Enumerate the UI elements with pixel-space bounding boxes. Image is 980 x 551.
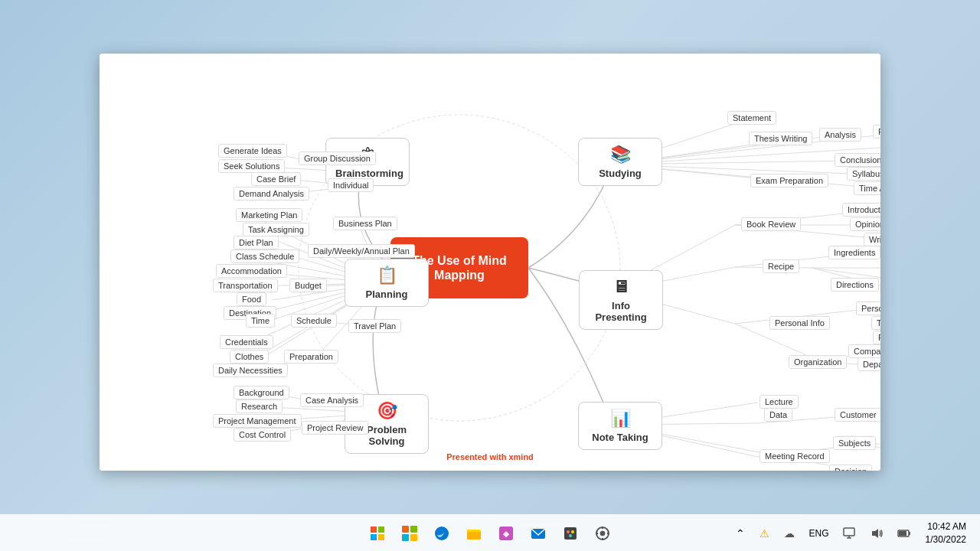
svg-point-89 [569,534,572,537]
planning-label: Planning [366,289,408,300]
svg-text:◈: ◈ [502,530,510,538]
tray-warning[interactable]: ⚠ [754,523,776,544]
leaf-organization: Organization [789,355,847,369]
leaf-food: Food [237,292,266,306]
tray-monitor[interactable] [838,523,860,544]
tray-chevron[interactable]: ⌃ [730,523,751,544]
info-presenting-icon: 🖥 [589,277,653,297]
leaf-class-schedule: Class Schedule [230,249,299,263]
leaf-opinion: Opinion [850,217,880,231]
svg-rect-74 [371,534,377,540]
start-button[interactable] [364,520,391,547]
leaf-book-review: Book Review [741,217,801,231]
store-button[interactable] [396,520,423,547]
info-presenting-node: 🖥 Info Presenting [579,270,663,330]
leaf-research-s: Research [873,125,880,139]
svg-rect-92 [602,527,603,529]
leaf-recipe: Recipe [763,259,799,273]
leaf-accommodation: Accommodation [216,264,287,278]
footer-brand: xmind [508,452,533,461]
svg-rect-96 [844,528,854,536]
svg-point-90 [600,531,605,536]
tray-battery[interactable] [893,523,915,544]
note-taking-node: 📊 Note Taking [578,402,662,450]
leaf-resume: Resume [873,331,880,344]
brainstorming-label: Brainstorming [335,168,403,179]
file-explorer-button[interactable] [460,520,488,547]
svg-rect-75 [378,534,384,540]
footer: Presented with xmind [446,452,534,461]
leaf-statement: Statement [727,111,776,125]
leaf-directions: Directions [831,278,879,292]
studying-node: 📚 Studying [578,138,662,186]
note-taking-label: Note Taking [592,432,648,443]
leaf-syllabus: Syllabus [847,167,880,181]
paint-button[interactable] [557,520,584,547]
svg-point-80 [435,527,449,540]
leaf-personal-info: Personal Info [769,316,830,330]
svg-rect-77 [410,526,417,533]
leaf-case-analysis: Case Analysis [300,393,364,407]
leaf-marketing-plan: Marketing Plan [236,208,302,222]
leaf-timeline: Timeline [871,316,880,330]
svg-marker-99 [872,529,878,538]
mail-button[interactable] [524,520,552,547]
leaf-clothes: Clothes [230,350,269,364]
note-taking-icon: 📊 [588,409,652,429]
leaf-ingredients: Ingredients [828,246,880,259]
clock-time: 10:42 AM [926,520,966,533]
svg-rect-101 [899,531,906,536]
microsoft-store-button[interactable]: ◈ [492,520,520,547]
svg-rect-76 [402,526,409,533]
desktop: The Use of Mind Mapping ⚛ Brainstorming … [0,0,980,551]
leaf-seek-solutions: Seek Solutions [218,159,285,173]
leaf-exam-prep: Exam Preparation [750,174,828,187]
clock[interactable]: 10:42 AM 1/30/2022 [921,519,971,548]
svg-rect-102 [909,532,910,535]
tray-volume[interactable] [866,523,887,544]
leaf-group-discussion: Group Discussion [299,152,376,165]
svg-rect-82 [467,532,481,540]
leaf-data: Data [764,408,792,422]
leaf-personal-biography: Personal Biography [856,302,880,315]
svg-rect-79 [410,534,417,541]
planning-node: 📋 Planning [345,259,429,307]
leaf-case-brief: Case Brief [251,172,301,186]
leaf-company: Company [848,344,880,358]
leaf-daily-plan: Daily/Weekly/Annual Plan [308,244,415,258]
svg-rect-78 [402,534,409,541]
leaf-diet-plan: Diet Plan [234,236,279,249]
planning-icon: 📋 [354,266,419,285]
leaf-project-review: Project Review [302,421,368,435]
language-indicator[interactable]: ENG [806,527,832,540]
studying-label: Studying [599,168,642,179]
leaf-task-assigning: Task Assigning [243,223,309,236]
svg-point-87 [567,530,570,533]
studying-icon: 📚 [588,145,652,165]
svg-rect-72 [371,527,377,533]
leaf-time-arrangement: Time Arrangement [854,181,880,195]
leaf-transportation: Transportation [213,279,278,292]
leaf-decision: Decision [829,465,872,471]
leaf-thesis-writing: Thesis Writing [749,132,812,145]
leaf-travel-plan: Travel Plan [348,319,401,333]
footer-text: Presented with [446,452,508,461]
leaf-lecture: Lecture [760,395,799,409]
svg-rect-73 [378,527,384,533]
leaf-project-management: Project Management [213,414,302,428]
leaf-research: Research [236,399,283,413]
edge-button[interactable] [428,520,456,547]
tray-cloud[interactable]: ☁ [779,523,800,544]
leaf-department: Department [858,357,880,371]
svg-rect-93 [602,538,603,540]
settings-button[interactable] [589,520,616,547]
problem-solving-label: Problem Solving [367,424,407,447]
mind-map-area: The Use of Mind Mapping ⚛ Brainstorming … [100,54,880,471]
leaf-demand-analysis: Demand Analysis [234,187,309,201]
leaf-schedule: Schedule [291,314,337,328]
leaf-preparation: Preparation [284,350,338,364]
taskbar-apps: ◈ [364,520,616,547]
clock-date: 1/30/2022 [926,533,966,546]
leaf-cost-control: Cost Control [234,428,291,442]
info-presenting-label: Info Presenting [595,300,646,323]
